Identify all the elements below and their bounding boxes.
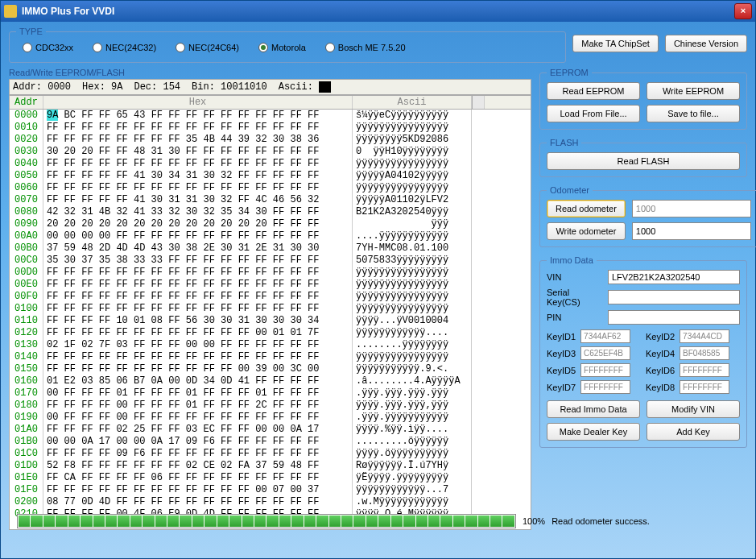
make-dealer-key-button[interactable]: Make Dealer Key [547,423,640,441]
keyid-label-7: KeyID7 [547,383,576,392]
hex-row[interactable]: 01A0FF FF FF FF 02 25 FF FF 03 EC FF FF … [10,424,531,436]
keyid-label-3: KeyID3 [547,349,576,358]
hex-row[interactable]: 016001 E2 03 85 06 B7 0A 00 0D 34 0D 41 … [10,375,531,387]
make-chipset-button[interactable]: Make TA ChipSet [572,35,659,52]
type-radio-nec24c32[interactable]: NEC(24C32) [93,43,156,52]
hex-row[interactable]: 0050FF FF FF FF FF 41 30 34 31 30 32 FF … [10,170,531,182]
progress-bar [17,514,516,528]
hex-row[interactable]: 0180FF FF FF FF 00 FF FF FF 01 FF FF FF … [10,400,531,412]
info-bar: Addr: 0000 Hex: 9A Dec: 154 Bin: 1001101… [9,79,531,95]
serial-label: Serial Key(CS) [547,288,603,307]
radio-icon [176,43,185,52]
add-key-button[interactable]: Add Key [647,423,740,441]
hex-row[interactable]: 00009A BC FF FF 65 43 FF FF FF FF FF FF … [10,110,531,122]
window-title: IMMO Plus For VVDI [22,6,734,17]
hex-row[interactable]: 0020FF FF FF FF FF FF FF FF 35 4B 44 39 … [10,134,531,146]
keyid-input-3 [580,346,630,360]
progress-percent: 100% [523,516,545,526]
header-hex: Hex [43,96,353,109]
type-legend: TYPE [16,27,46,36]
read-odometer-button[interactable]: Read odometer [547,200,626,217]
type-radio-cdc32xx[interactable]: CDC32xx [23,43,73,52]
hex-row[interactable]: 009020 20 20 20 20 20 20 20 20 20 20 20 … [10,218,531,230]
hex-row[interactable]: 0120FF FF FF FF FF FF FF FF FF FF FF FF … [10,327,531,339]
hex-row[interactable]: 0010FF FF FF FF FF FF FF FF FF FF FF FF … [10,122,531,134]
hex-row[interactable]: 0140FF FF FF FF FF FF FF FF FF FF FF FF … [10,351,531,363]
close-icon[interactable]: × [734,3,752,19]
app-icon [4,5,17,18]
serial-input[interactable] [608,290,740,304]
keyid-label-8: KeyID8 [646,383,675,392]
keyid-input-8 [680,380,729,394]
status-bar: 100% Read odometer success. [9,511,747,532]
hex-row[interactable]: 019000 FF FF FF 00 FF FF FF FF FF FF FF … [10,412,531,424]
hex-row[interactable]: 00D0FF FF FF FF FF FF FF FF FF FF FF FF … [10,267,531,279]
radio-icon [325,43,335,52]
pin-input[interactable] [608,310,740,325]
read-odometer-value [632,200,751,217]
save-to-file-button[interactable]: Save to file... [647,105,740,122]
keyid-label-1: KeyID1 [547,332,576,342]
hex-editor[interactable]: Addr Hex Ascii 00009A BC FF FF 65 43 FF … [9,95,531,530]
hex-row[interactable]: 00E0FF FF FF FF FF FF FF FF FF FF FF FF … [10,279,531,291]
hex-row[interactable]: 0040FF FF FF FF FF FF FF FF FF FF FF FF … [10,158,531,170]
hex-row[interactable]: 0070FF FF FF FF FF 41 30 31 31 30 32 FF … [10,194,531,206]
hex-row[interactable]: 01D052 F8 FF FF FF FF FF FF 02 CE 02 FA … [10,460,531,472]
radio-icon [258,43,268,52]
load-from-file-button[interactable]: Load From File... [547,105,640,122]
type-fieldset: TYPE CDC32xxNEC(24C32)NEC(24C64)Motorola… [9,27,566,63]
keyid-label-4: KeyID4 [646,349,675,358]
hex-row[interactable]: 01B000 00 0A 17 00 00 0A 17 09 F6 FF FF … [10,436,531,448]
keyid-label-6: KeyID6 [646,366,675,375]
pin-label: PIN [547,313,603,322]
hex-row[interactable]: 01C0FF FF FF FF 09 F6 FF FF FF FF FF FF … [10,448,531,460]
write-odometer-button[interactable]: Write odometer [547,222,626,240]
hex-row[interactable]: 0100FF FF FF FF FF FF FF FF FF FF FF FF … [10,303,531,315]
write-odometer-input[interactable] [632,222,751,240]
hex-row[interactable]: 0110FF FF FF FF 10 01 08 FF 56 30 30 31 … [10,315,531,327]
hex-row[interactable]: 0150FF FF FF FF FF FF FF FF FF FF FF 00 … [10,363,531,375]
radio-icon [93,43,102,52]
hex-row[interactable]: 00A000 00 00 00 FF FF FF FF FF FF FF FF … [10,230,531,242]
type-radio-motorola[interactable]: Motorola [258,43,306,52]
chinese-version-button[interactable]: Chinese Version [665,35,747,52]
keyid-input-2 [680,329,729,343]
keyid-input-4 [680,346,729,360]
type-radio-nec24c64[interactable]: NEC(24C64) [176,43,239,52]
hex-row[interactable]: 00C035 30 37 35 38 33 33 FF FF FF FF FF … [10,255,531,267]
keyid-label-2: KeyID2 [646,332,675,342]
hex-section-label: Read/Write EEPROM/FLASH [9,68,531,77]
vin-label: VIN [547,272,603,282]
hex-row[interactable]: 008042 32 31 4B 32 41 33 32 30 32 35 34 … [10,206,531,218]
header-ascii: Ascii [353,96,472,109]
vin-input[interactable] [608,270,740,284]
scrollbar[interactable] [472,96,485,109]
read-immo-button[interactable]: Read Immo Data [547,400,640,418]
read-flash-button[interactable]: Read FLASH [547,152,740,170]
hex-row[interactable]: 013002 1F 02 7F 03 FF FF FF 00 00 FF FF … [10,339,531,351]
hex-row[interactable]: 0060FF FF FF FF FF FF FF FF FF FF FF FF … [10,182,531,194]
hex-row[interactable]: 020008 77 0D 4D FF FF FF FF FF FF FF FF … [10,496,531,508]
header-addr: Addr [10,96,43,109]
keyid-input-5 [580,363,630,377]
odometer-fieldset: Odometer Read odometer Write odometer [539,185,756,247]
type-radio-boschme7520[interactable]: Bosch ME 7.5.20 [325,43,406,52]
status-text: Read odometer success. [552,516,650,526]
modify-vin-button[interactable]: Modify VIN [647,400,740,418]
hex-row[interactable]: 00B037 59 48 2D 4D 4D 43 30 38 2E 30 31 … [10,242,531,255]
titlebar: IMMO Plus For VVDI × [1,1,755,22]
hex-row[interactable]: 00F0FF FF FF FF FF FF FF FF FF FF FF FF … [10,291,531,303]
immo-fieldset: Immo Data VIN Serial Key(CS) PIN KeyID1K… [539,255,747,448]
hex-row[interactable]: 003030 20 20 FF FF 48 31 30 FF FF FF FF … [10,146,531,158]
write-eeprom-button[interactable]: Write EEPROM [647,82,740,100]
keyid-input-6 [680,363,729,377]
keyid-input-7 [580,380,630,394]
keyid-input-1 [580,329,630,343]
hex-row[interactable]: 017000 FF FF FF 01 FF FF FF 01 FF FF FF … [10,387,531,400]
eeprom-fieldset: EEPROM Read EEPROM Write EEPROM Load Fro… [539,68,747,130]
hex-row[interactable]: 01E0FF CA FF FF FF FF 06 FF FF FF FF FF … [10,472,531,484]
read-eeprom-button[interactable]: Read EEPROM [547,82,640,100]
keyid-label-5: KeyID5 [547,366,576,375]
hex-row[interactable]: 01F0FF FF FF FF FF FF FF FF FF FF FF FF … [10,484,531,496]
flash-fieldset: FLASH Read FLASH [539,138,747,177]
